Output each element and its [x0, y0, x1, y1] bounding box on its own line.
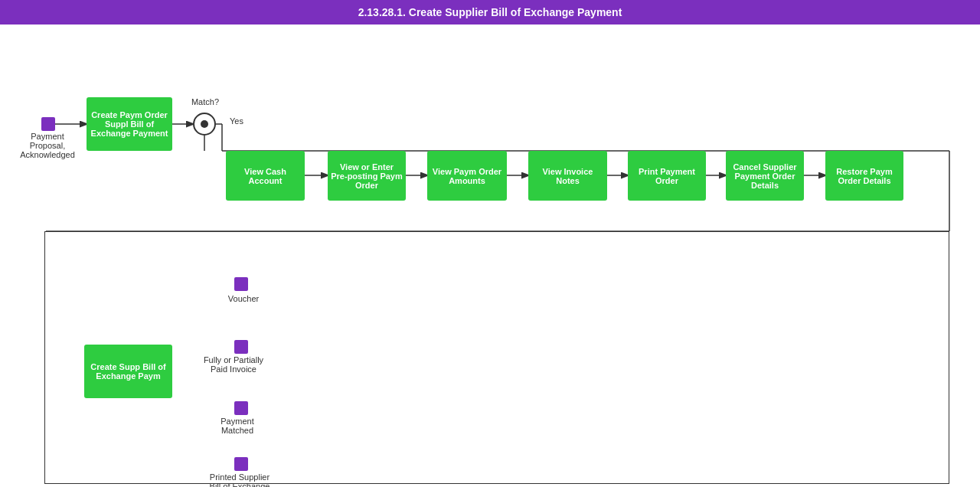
- page-title: 2.13.28.1. Create Supplier Bill of Excha…: [0, 0, 980, 25]
- voucher-label: Voucher: [213, 294, 274, 303]
- diagram-canvas: Payment Proposal, Acknowledged Create Pa…: [0, 25, 980, 484]
- printed-supplier-event: [234, 457, 248, 471]
- restore-paym-box[interactable]: Restore Paym Order Details: [825, 151, 903, 201]
- printed-supplier-label: Printed Supplier Bill of Exchange: [205, 472, 274, 487]
- gateway-label: Match?: [190, 97, 220, 106]
- start-event: [41, 117, 55, 131]
- print-payment-order-box[interactable]: Print Payment Order: [628, 151, 706, 201]
- gateway-inner: [201, 120, 208, 128]
- fully-paid-event: [234, 340, 248, 354]
- create-paym-order-box[interactable]: Create Paym Order Suppl Bill of Exchange…: [87, 97, 172, 151]
- view-enter-pre-posting-box[interactable]: View or Enter Pre-posting Paym Order: [328, 151, 406, 201]
- payment-matched-event: [234, 401, 248, 415]
- yes-label: Yes: [230, 116, 243, 126]
- view-invoice-notes-box[interactable]: View Invoice Notes: [528, 151, 607, 201]
- voucher-event: [234, 277, 248, 291]
- fully-paid-label: Fully or Partially Paid Invoice: [195, 355, 272, 374]
- bottom-section-border: [44, 231, 949, 484]
- cancel-supplier-box[interactable]: Cancel Supplier Payment Order Details: [726, 151, 804, 201]
- payment-matched-label: Payment Matched: [207, 417, 268, 435]
- view-cash-account-box[interactable]: View Cash Account: [226, 151, 305, 201]
- view-paym-order-amounts-box[interactable]: View Paym Order Amounts: [427, 151, 507, 201]
- gateway-match: [193, 113, 216, 136]
- start-event-label: Payment Proposal, Acknowledged: [17, 132, 78, 159]
- create-supp-bill-box[interactable]: Create Supp Bill of Exchange Paym: [84, 345, 172, 398]
